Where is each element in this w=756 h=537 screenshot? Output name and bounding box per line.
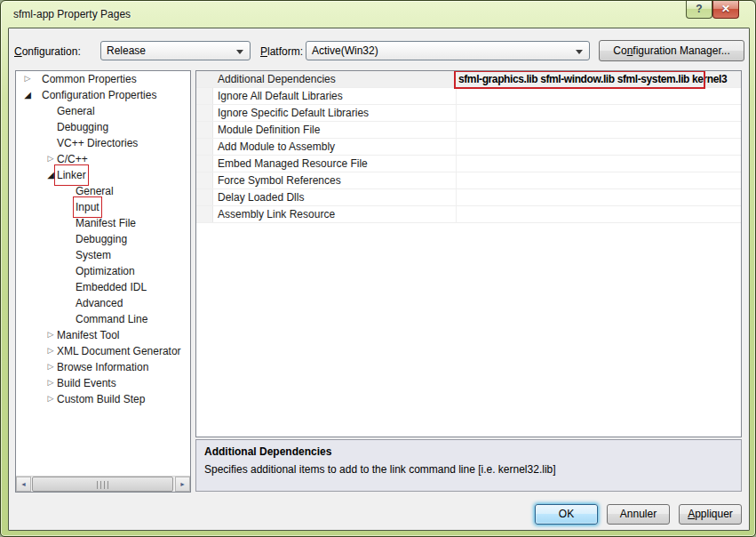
collapsed-arrow-icon[interactable]: ▷ bbox=[22, 71, 33, 87]
tree-item-advanced[interactable]: Advanced bbox=[16, 295, 190, 311]
grid-row-module-definition-file[interactable]: Module Definition File bbox=[196, 122, 741, 139]
tree-item-general-config[interactable]: General bbox=[16, 103, 190, 119]
dialog-client-area: Configuration: Release Platform: Active(… bbox=[8, 28, 750, 531]
tree-item-xml-document-generator[interactable]: ▷XML Document Generator bbox=[16, 343, 190, 359]
grid-row-force-symbol-references[interactable]: Force Symbol References bbox=[196, 172, 741, 189]
tree-item-custom-build-step[interactable]: ▷Custom Build Step bbox=[16, 391, 190, 407]
ok-button[interactable]: OK bbox=[535, 504, 598, 525]
input-annotation-box: Input bbox=[76, 199, 99, 215]
scroll-left-icon[interactable]: ◄ bbox=[16, 477, 31, 492]
grid-row-ignore-specific-default-libraries[interactable]: Ignore Specific Default Libraries bbox=[196, 105, 741, 122]
additional-dependencies-value[interactable]: sfml-graphics.lib sfml-window.lib sfml-s… bbox=[458, 71, 740, 87]
collapsed-arrow-icon[interactable]: ▷ bbox=[45, 359, 56, 375]
platform-select-value: Active(Win32) bbox=[312, 44, 378, 57]
configuration-select-value: Release bbox=[107, 44, 146, 57]
tree-item-embedded-idl[interactable]: Embedded IDL bbox=[16, 279, 190, 295]
cancel-button[interactable]: Annuler bbox=[607, 504, 670, 525]
tree-item-input[interactable]: Input bbox=[16, 199, 190, 215]
tree-item-system[interactable]: System bbox=[16, 247, 190, 263]
description-panel: Additional Dependencies Specifies additi… bbox=[195, 439, 742, 492]
apply-button[interactable]: Appliquer bbox=[679, 504, 742, 525]
grid-row-ignore-all-default-libraries[interactable]: Ignore All Default Libraries bbox=[196, 88, 741, 105]
tree-item-build-events[interactable]: ▷Build Events bbox=[16, 375, 190, 391]
tree-horizontal-scrollbar[interactable]: ◄ ► bbox=[16, 476, 190, 492]
titlebar[interactable]: sfml-app Property Pages bbox=[1, 1, 756, 28]
close-button[interactable]: ✕ bbox=[712, 1, 739, 19]
configuration-manager-button[interactable]: Configuration Manager... bbox=[599, 40, 744, 61]
linker-annotation-box: Linker bbox=[57, 167, 86, 183]
tree-item-common-properties[interactable]: ▷Common Properties bbox=[16, 71, 190, 87]
close-icon: ✕ bbox=[721, 3, 730, 15]
scroll-right-icon[interactable]: ► bbox=[175, 477, 190, 492]
tree-item-configuration-properties[interactable]: ◢Configuration Properties bbox=[16, 87, 190, 103]
configuration-label: Configuration: bbox=[14, 45, 81, 58]
expanded-arrow-icon[interactable]: ◢ bbox=[22, 87, 33, 103]
window-frame: sfml-app Property Pages ? ✕ Configuratio… bbox=[0, 0, 756, 537]
expanded-arrow-icon[interactable]: ◢ bbox=[45, 167, 56, 183]
grid-row-delay-loaded-dlls[interactable]: Delay Loaded Dlls bbox=[196, 189, 741, 206]
tree-item-browse-information[interactable]: ▷Browse Information bbox=[16, 359, 190, 375]
collapsed-arrow-icon[interactable]: ▷ bbox=[45, 375, 56, 391]
tree-item-optimization[interactable]: Optimization bbox=[16, 263, 190, 279]
collapsed-arrow-icon[interactable]: ▷ bbox=[45, 343, 56, 359]
tree-item-linker[interactable]: ◢Linker bbox=[16, 167, 190, 183]
help-button[interactable]: ? bbox=[686, 1, 712, 19]
property-grid: Additional Dependencies sfml-graphics.li… bbox=[195, 70, 742, 437]
grid-row-add-module-to-assembly[interactable]: Add Module to Assembly bbox=[196, 139, 741, 156]
tree-item-manifest-tool[interactable]: ▷Manifest Tool bbox=[16, 327, 190, 343]
collapsed-arrow-icon[interactable]: ▷ bbox=[45, 391, 56, 407]
tree-item-debugging-linker[interactable]: Debugging bbox=[16, 231, 190, 247]
chevron-down-icon bbox=[236, 50, 243, 54]
grid-row-embed-managed-resource-file[interactable]: Embed Managed Resource File bbox=[196, 156, 741, 172]
collapsed-arrow-icon[interactable]: ▷ bbox=[45, 327, 56, 343]
scrollbar-grip bbox=[97, 481, 109, 489]
platform-select[interactable]: Active(Win32) bbox=[306, 41, 590, 60]
tree-item-c-cpp[interactable]: ▷C/C++ bbox=[16, 151, 190, 167]
tree-item-vc-directories[interactable]: VC++ Directories bbox=[16, 135, 190, 151]
configuration-select[interactable]: Release bbox=[100, 41, 251, 60]
tree-item-command-line[interactable]: Command Line bbox=[16, 311, 190, 327]
tree-item-debugging-config[interactable]: Debugging bbox=[16, 119, 190, 135]
description-title: Additional Dependencies bbox=[204, 445, 331, 458]
platform-label: Platform: bbox=[260, 45, 303, 58]
grid-row-additional-dependencies[interactable]: Additional Dependencies sfml-graphics.li… bbox=[196, 71, 741, 88]
help-icon: ? bbox=[696, 3, 702, 15]
scrollbar-thumb[interactable] bbox=[32, 477, 173, 492]
window-title: sfml-app Property Pages bbox=[13, 8, 131, 20]
chevron-down-icon bbox=[576, 50, 583, 54]
description-text: Specifies additional items to add to the… bbox=[204, 463, 556, 476]
grid-row-assembly-link-resource[interactable]: Assembly Link Resource bbox=[196, 206, 741, 223]
tree-item-general-linker[interactable]: General bbox=[16, 183, 190, 199]
property-tree: ▷Common Properties ◢Configuration Proper… bbox=[15, 70, 191, 493]
collapsed-arrow-icon[interactable]: ▷ bbox=[45, 151, 56, 167]
tree-item-manifest-file[interactable]: Manifest File bbox=[16, 215, 190, 231]
